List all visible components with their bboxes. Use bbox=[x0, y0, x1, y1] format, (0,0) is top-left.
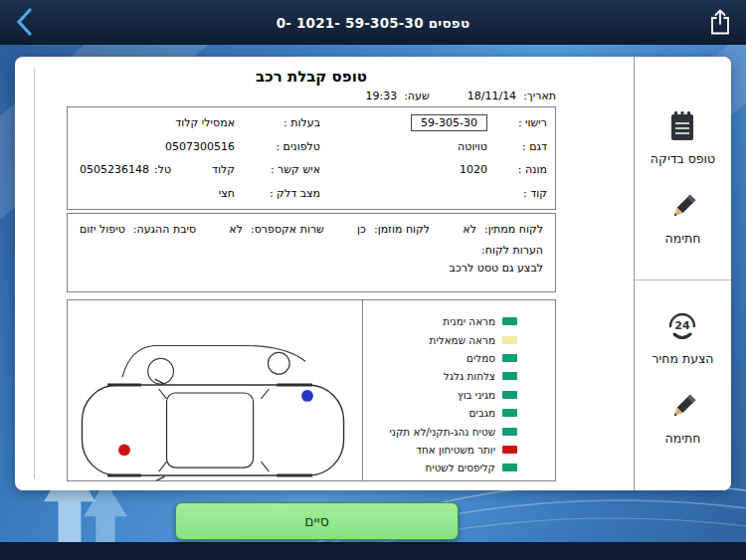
navbar: 0- 1021- 59-305-30 טפסים bbox=[0, 0, 746, 45]
tel-value: 0505236148 bbox=[80, 163, 149, 176]
sidebar: טופס בדיקה חתימה 24 bbox=[634, 57, 731, 490]
pencil-icon bbox=[668, 192, 698, 222]
page-edge bbox=[34, 69, 35, 478]
tel-group: טל: 0505236148 bbox=[80, 163, 171, 176]
status-swatch bbox=[502, 464, 517, 471]
customer-waiting: לקוח ממתין: לא bbox=[463, 223, 543, 236]
customer-scheduled: לקוח מוזמן: כן bbox=[357, 223, 430, 236]
tel-label: טל: bbox=[154, 163, 171, 176]
form-card: טופס קבלת רכב תאריך: 18/11/14 שעה: 19:33… bbox=[15, 57, 731, 490]
checklist-item-right-mirror[interactable]: מראה ימנית bbox=[367, 312, 517, 330]
scheduled-label: לקוח מוזמן: bbox=[374, 223, 430, 236]
status-swatch bbox=[502, 391, 517, 399]
checklist-label: שטיח נהג-תקני/לא תקני bbox=[389, 426, 495, 438]
date-value: 18/11/14 bbox=[467, 90, 516, 102]
visit-status-row: לקוח ממתין: לא לקוח מוזמן: כן שרות אקספר… bbox=[80, 223, 543, 236]
status-swatch bbox=[502, 428, 517, 436]
owner-value: אמסילי קלוד bbox=[76, 116, 237, 129]
customer-notes-label: הערות לקוח: bbox=[80, 244, 543, 257]
date-time-row: תאריך: 18/11/14 שעה: 19:33 bbox=[67, 90, 556, 102]
checklist-label: קליפסים לשטיח bbox=[426, 462, 495, 473]
status-swatch bbox=[502, 446, 517, 454]
share-button[interactable] bbox=[706, 9, 734, 37]
phone-24-icon: 24 bbox=[664, 306, 700, 342]
status-swatch bbox=[502, 409, 517, 417]
phones-label: טלפונים : bbox=[237, 140, 320, 153]
model-label: דגם : bbox=[489, 140, 547, 153]
back-button[interactable] bbox=[8, 7, 42, 39]
contact-value: קלוד bbox=[212, 163, 235, 176]
contact-value-cell: קלוד טל: 0505236148 bbox=[76, 163, 237, 176]
inspection-box: מראה ימנית מראה שמאלית סמלים צלחות גלגל bbox=[67, 299, 556, 481]
license-value-cell: 59-305-30 bbox=[320, 114, 489, 131]
model-value: טויוטה bbox=[320, 140, 489, 153]
damage-marker-blue[interactable] bbox=[301, 390, 313, 402]
checklist-label: מגיני בוץ bbox=[458, 389, 495, 401]
signature-label: חתימה bbox=[665, 231, 701, 246]
exterior-checklist: מראה ימנית מראה שמאלית סמלים צלחות גלגל bbox=[362, 300, 555, 480]
reason-label: סיבת ההגעה: bbox=[133, 223, 196, 236]
status-swatch bbox=[502, 372, 517, 380]
inspection-form-label: טופס בדיקה bbox=[651, 151, 715, 166]
checklist-item-wheel-covers[interactable]: צלחות גלגל bbox=[367, 367, 517, 385]
waiting-label: לקוח ממתין: bbox=[484, 223, 543, 236]
checklist-item-wipers[interactable]: מגבים bbox=[367, 404, 517, 422]
screen: 0- 1021- 59-305-30 טפסים טופס קבלת רכב ת… bbox=[0, 0, 746, 560]
car-top-view-sketch bbox=[68, 300, 362, 480]
checklist-label: צלחות גלגל bbox=[444, 370, 495, 382]
checklist-label: יותר משטיחון אחד bbox=[416, 444, 495, 456]
checklist-label: מגבים bbox=[468, 407, 495, 419]
time-value: 19:33 bbox=[365, 90, 397, 102]
checklist-item-extra-mats[interactable]: יותר משטיחון אחד bbox=[367, 441, 517, 459]
checklist-item-mud-flaps[interactable]: מגיני בוץ bbox=[367, 386, 517, 404]
share-icon bbox=[709, 9, 731, 35]
inspection-form-icon bbox=[667, 110, 697, 142]
arrival-reason: סיבת ההגעה: טיפול יזום bbox=[80, 223, 196, 236]
status-swatch bbox=[502, 336, 517, 344]
sidebar-item-signature-1[interactable]: חתימה bbox=[665, 192, 701, 246]
contact-label: איש קשר : bbox=[237, 163, 320, 176]
car-damage-diagram[interactable] bbox=[68, 300, 362, 480]
reason-value: טיפול יזום bbox=[80, 223, 125, 236]
sidebar-item-signature-2[interactable]: חתימה bbox=[665, 392, 701, 446]
checklist-item-left-mirror[interactable]: מראה שמאלית bbox=[367, 330, 517, 348]
odometer-value: 1020 bbox=[320, 163, 489, 176]
customer-notes-text: לבצע גם טסט לרכב bbox=[80, 262, 543, 275]
express-service: שרות אקספרס: לא bbox=[229, 223, 324, 236]
phones-value: 0507300516 bbox=[76, 140, 237, 153]
vehicle-details-box: רישוי : 59-305-30 בעלות : אמסילי קלוד דג… bbox=[67, 106, 556, 210]
scheduled-value: כן bbox=[357, 223, 366, 236]
vehicle-reception-form: טופס קבלת רכב תאריך: 18/11/14 שעה: 19:33… bbox=[45, 57, 634, 490]
chevron-left-icon bbox=[14, 7, 36, 37]
visit-status-box: לקוח ממתין: לא לקוח מוזמן: כן שרות אקספר… bbox=[67, 213, 556, 292]
svg-text:24: 24 bbox=[675, 319, 691, 332]
owner-label: בעלות : bbox=[237, 116, 320, 129]
finish-button[interactable]: סיים bbox=[175, 502, 459, 540]
checklist-label: מראה ימנית bbox=[443, 315, 495, 327]
checklist-item-driver-mat[interactable]: שטיח נהג-תקני/לא תקני bbox=[367, 422, 517, 440]
time-label: שעה: bbox=[404, 90, 430, 102]
sidebar-item-inspection-form[interactable]: טופס בדיקה bbox=[651, 110, 715, 166]
checklist-item-emblems[interactable]: סמלים bbox=[367, 349, 517, 367]
checklist-label: סמלים bbox=[466, 352, 495, 364]
waiting-value: לא bbox=[463, 223, 476, 236]
express-value: לא bbox=[229, 223, 243, 236]
price-quote-label: הצעת מחיר bbox=[652, 351, 713, 366]
checklist-item-mat-clips[interactable]: קליפסים לשטיח bbox=[367, 459, 517, 476]
bottom-bar bbox=[0, 542, 746, 560]
license-label: רישוי : bbox=[489, 116, 547, 129]
nav-title: 0- 1021- 59-305-30 טפסים bbox=[277, 15, 470, 31]
fuel-label: מצב דלק : bbox=[237, 187, 320, 200]
license-plate-field[interactable]: 59-305-30 bbox=[411, 114, 487, 131]
date-label: תאריך: bbox=[523, 90, 556, 102]
damage-marker-red[interactable] bbox=[118, 444, 130, 456]
code-label: קוד : bbox=[489, 187, 547, 200]
checklist-label: מראה שמאלית bbox=[430, 334, 495, 346]
form-title: טופס קבלת רכב bbox=[67, 69, 556, 86]
sidebar-item-price-quote[interactable]: 24 הצעת מחיר bbox=[652, 306, 713, 366]
status-swatch bbox=[502, 354, 517, 362]
odometer-label: מונה : bbox=[489, 163, 547, 176]
status-swatch bbox=[502, 317, 517, 325]
signature-label: חתימה bbox=[665, 431, 701, 446]
express-label: שרות אקספרס: bbox=[251, 223, 324, 236]
